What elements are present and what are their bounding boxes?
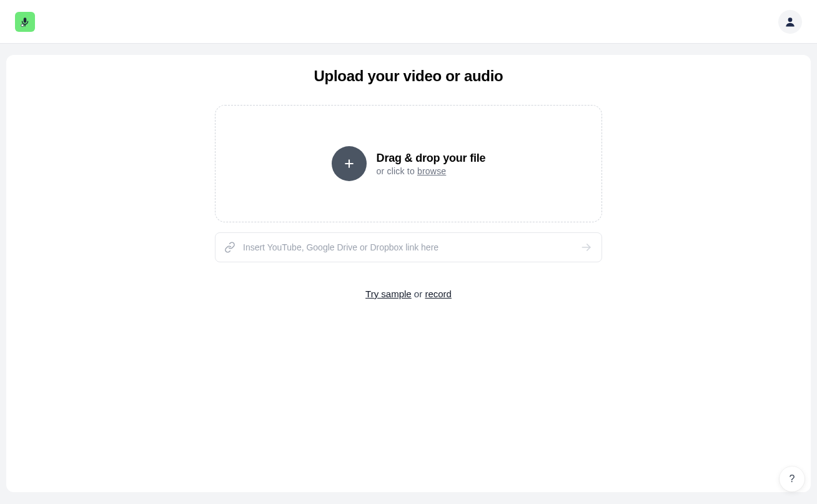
add-file-button[interactable] — [332, 146, 367, 181]
try-sample-link[interactable]: Try sample — [365, 289, 412, 299]
user-icon — [784, 16, 796, 28]
dropzone-heading: Drag & drop your file — [377, 152, 486, 165]
dropzone-subtext-prefix: or click to — [377, 166, 417, 176]
svg-point-3 — [788, 17, 793, 22]
app-header — [0, 0, 817, 44]
help-button[interactable]: ? — [780, 467, 805, 492]
app-logo[interactable] — [15, 12, 35, 32]
link-icon — [224, 242, 235, 253]
url-input[interactable] — [243, 242, 573, 252]
record-link[interactable]: record — [425, 289, 452, 299]
helper-row: Try sample or record — [215, 289, 602, 299]
page-title: Upload your video or audio — [19, 67, 798, 85]
svg-rect-0 — [24, 17, 27, 22]
file-dropzone[interactable]: Drag & drop your file or click to browse — [215, 105, 602, 222]
upload-area: Drag & drop your file or click to browse — [215, 105, 602, 299]
user-menu-button[interactable] — [778, 10, 802, 34]
svg-rect-2 — [21, 24, 24, 26]
arrow-right-icon — [580, 241, 593, 254]
plus-icon — [343, 157, 355, 170]
main-container: Upload your video or audio Drag & drop y… — [0, 44, 817, 498]
submit-link-button[interactable] — [580, 241, 593, 254]
main-card: Upload your video or audio Drag & drop y… — [6, 55, 811, 492]
browse-link[interactable]: browse — [417, 166, 446, 176]
dropzone-text: Drag & drop your file or click to browse — [377, 152, 486, 176]
dropzone-subtitle: or click to browse — [377, 166, 486, 176]
helper-or: or — [412, 289, 425, 299]
microphone-icon — [19, 16, 31, 27]
link-input-wrapper — [215, 232, 602, 262]
